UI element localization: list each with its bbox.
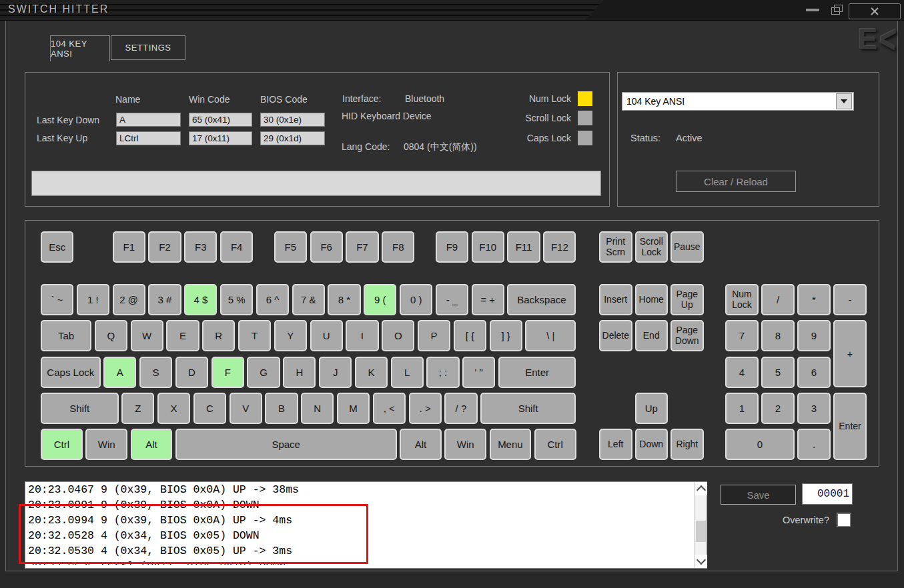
key-insert: Insert <box>599 284 632 315</box>
key-home: Home <box>635 284 668 315</box>
num-lock-indicator-row: Num Lock <box>499 91 592 106</box>
titlebar[interactable]: SWITCH HITTER <box>0 0 904 21</box>
scroll-lock-indicator <box>578 111 592 125</box>
key-s: S <box>139 357 172 388</box>
scrollbar-thumb[interactable] <box>696 521 706 542</box>
scroll-lock-indicator-row: Scroll Lock <box>499 111 592 125</box>
key-v: V <box>230 393 262 424</box>
key-4: 4 $ <box>184 284 217 315</box>
save-button[interactable]: Save <box>721 485 796 505</box>
window-title: SWITCH HITTER <box>8 3 109 15</box>
scroll-up-button[interactable] <box>695 482 707 495</box>
tab-settings[interactable]: SETTINGS <box>111 35 185 60</box>
key-esc: Esc <box>41 231 73 263</box>
minimize-icon <box>806 9 819 11</box>
key-c: C <box>193 393 226 424</box>
key-p: P <box>418 320 450 351</box>
event-log[interactable]: 20:23.0467 9 (0x39, BIOS 0x0A) UP -> 38m… <box>25 481 707 569</box>
key-symbol: . > <box>409 393 442 424</box>
device-name: HID Keyboard Device <box>342 111 432 121</box>
chevron-down-icon <box>841 99 847 103</box>
minimize-button[interactable] <box>806 9 821 13</box>
key-alt: Alt <box>400 429 442 460</box>
key-g: G <box>247 357 280 388</box>
key-symbol: + <box>833 320 867 387</box>
log-scrollbar[interactable] <box>694 482 707 568</box>
key-q: Q <box>95 320 127 351</box>
key-f4: F4 <box>220 231 253 263</box>
key-t: T <box>238 320 271 351</box>
lang-code-label: Lang Code: <box>342 141 390 152</box>
key-symbol: ; : <box>426 357 459 388</box>
key-4: 4 <box>725 357 759 388</box>
status-value: Active <box>676 133 703 143</box>
caps-lock-label: Caps Lock <box>499 133 578 143</box>
key-z: Z <box>121 393 154 424</box>
key-6: 6 <box>797 357 831 388</box>
key-print-scrn: Print Scrn <box>599 231 632 263</box>
key-symbol: ' " <box>462 357 495 388</box>
key-9: 9 <box>797 320 831 351</box>
key-pause: Pause <box>670 231 704 263</box>
key-8: 8 <box>761 320 795 351</box>
key-f5: F5 <box>274 231 307 263</box>
key-tab: Tab <box>41 320 91 351</box>
key-0: 0 ) <box>400 284 432 315</box>
key-x: X <box>157 393 190 424</box>
save-counter-field[interactable] <box>802 483 853 505</box>
key-m: M <box>337 393 370 424</box>
key-scroll-lock: Scroll Lock <box>635 231 668 263</box>
key-page-up: Page Up <box>670 284 704 315</box>
overwrite-label: Overwrite? <box>747 515 829 525</box>
key-delete: Delete <box>599 320 632 351</box>
key-symbol: - _ <box>436 284 468 315</box>
key-shift: Shift <box>41 393 119 424</box>
ek-logo-angle: < <box>878 17 899 62</box>
key-symbol: ` ~ <box>41 284 73 315</box>
lang-code-value: 0804 (中文(简体)) <box>404 141 477 153</box>
key-f10: F10 <box>472 231 504 263</box>
log-line-clipped: 20:32.0536 LCtrl (0x11, BIOS 0x1D) DOWN <box>25 559 707 565</box>
switch-hitter-window: SWITCH HITTER E< 104 KEY ANSI SETTINGS N… <box>0 0 904 588</box>
layout-dropdown[interactable]: 104 Key ANSI <box>622 92 854 111</box>
key-8: 8 * <box>328 284 360 315</box>
last-key-up-win-code-field: 17 (0x11) <box>189 131 252 145</box>
key-f7: F7 <box>346 231 378 263</box>
ek-logo-e: E <box>858 23 877 55</box>
key-up: Up <box>635 393 668 424</box>
key-ctrl: Ctrl <box>534 429 576 460</box>
last-key-down-bios-code-field: 30 (0x1e) <box>260 113 325 127</box>
typing-test-field[interactable] <box>31 171 601 196</box>
key-symbol: / ? <box>444 393 477 424</box>
tab-104-key-ansi[interactable]: 104 KEY ANSI <box>50 35 110 61</box>
key-symbol: * <box>797 284 831 315</box>
key-o: O <box>382 320 414 351</box>
column-header-name: Name <box>115 94 140 105</box>
key-u: U <box>310 320 343 351</box>
interface-value: Bluetooth <box>405 93 444 104</box>
key-right: Right <box>670 429 704 460</box>
num-lock-label: Num Lock <box>499 93 578 104</box>
key-n: N <box>301 393 334 424</box>
key-f3: F3 <box>184 231 217 263</box>
log-line: 20:23.0991 9 (0x39, BIOS 0x0A) DOWN <box>25 497 707 513</box>
key-caps-lock: Caps Lock <box>41 357 101 388</box>
key-symbol: / <box>761 284 795 315</box>
clear-reload-button[interactable]: Clear / Reload <box>676 171 796 192</box>
key-l: L <box>391 357 424 388</box>
key-2: 2 @ <box>113 284 145 315</box>
close-button[interactable] <box>849 3 901 19</box>
log-line: 20:23.0467 9 (0x39, BIOS 0x0A) UP -> 38m… <box>25 482 707 497</box>
key-symbol: . <box>797 429 831 460</box>
key-enter: Enter <box>498 357 576 388</box>
maximize-button[interactable] <box>831 5 843 15</box>
scroll-down-button[interactable] <box>695 555 707 568</box>
key-2: 2 <box>761 393 795 424</box>
overwrite-checkbox[interactable] <box>837 513 851 527</box>
chevron-down-icon <box>697 555 706 565</box>
key-end: End <box>635 320 668 351</box>
layout-dropdown-button[interactable] <box>836 93 852 109</box>
scroll-lock-label: Scroll Lock <box>499 113 578 123</box>
chevron-up-icon <box>697 485 706 495</box>
key-shift: Shift <box>480 393 576 424</box>
